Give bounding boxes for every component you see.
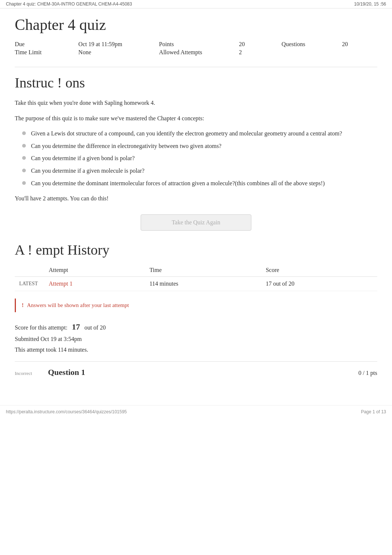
timestamp: 10/19/20, 15 :56 <box>354 1 386 7</box>
attempt-row-score: 17 out of 20 <box>261 276 377 291</box>
tab-title: Chapter 4 quiz: CHEM-30A-INTRO GENERAL C… <box>6 1 132 7</box>
instructions-para2: The purpose of this quiz is to make sure… <box>15 114 377 123</box>
time-limit-value: None <box>78 49 152 56</box>
attempt-history-heading: A ! empt History <box>15 242 377 258</box>
duration-line: This attempt took 114 minutes. <box>15 345 377 355</box>
allowed-attempts-value: 2 <box>239 49 274 56</box>
allowed-attempts-label: Allowed Attempts <box>159 49 231 56</box>
table-row: LATEST Attempt 1 114 minutes 17 out of 2… <box>15 276 377 291</box>
score-out-of: out of 20 <box>85 324 106 331</box>
quiz-title: Chapter 4 quiz <box>15 16 377 34</box>
bullet-item-2: Can you determine the difference in elec… <box>22 141 377 151</box>
take-quiz-button[interactable]: Take the Quiz Again <box>141 214 251 231</box>
quiz-meta: Due Oct 19 at 11:59pm Points 20 Question… <box>15 41 377 56</box>
col-header-time: Time <box>145 264 261 277</box>
instructions-bullet-list: Given a Lewis dot structure of a compoun… <box>22 129 377 188</box>
score-number: 17 <box>72 322 80 331</box>
instructions-para1: Take this quiz when you're done with Sap… <box>15 98 377 108</box>
col-header-score: Score <box>261 264 377 277</box>
instructions-para3: You'll have 2 attempts. You can do this! <box>15 194 377 203</box>
bullet-item-3: Can you determine if a given bond is pol… <box>22 154 377 163</box>
questions-label: Questions <box>282 41 335 48</box>
points-label: Points <box>159 41 231 48</box>
bullet-item-1: Given a Lewis dot structure of a compoun… <box>22 129 377 138</box>
instructions-heading: Instruc ! ons <box>15 75 377 91</box>
attempt-row-time: 114 minutes <box>145 276 261 291</box>
attempt-link[interactable]: Attempt 1 <box>49 280 72 287</box>
due-label: Due <box>15 41 71 48</box>
attempt-history-table: Attempt Time Score LATEST Attempt 1 114 … <box>15 264 377 291</box>
score-details: Score for this attempt: 17 out of 20 Sub… <box>15 320 377 355</box>
points-value: 20 <box>239 41 274 48</box>
due-value: Oct 19 at 11:59pm <box>78 41 152 48</box>
col-header-attempt: Attempt <box>44 264 145 277</box>
footer-page: Page 1 of 13 <box>361 409 386 414</box>
footer-url: https://peralta.instructure.com/courses/… <box>6 409 127 414</box>
bullet-item-4: Can you determine if a given molecule is… <box>22 166 377 176</box>
submitted-line: Submitted Oct 19 at 3:54pm <box>15 334 377 345</box>
question-points: 0 / 1 pts <box>358 370 377 376</box>
attempt-row-label: LATEST <box>15 276 44 291</box>
page-footer: https://peralta.instructure.com/courses/… <box>0 405 392 418</box>
bullet-item-5: Can you determine the dominant intermole… <box>22 179 377 188</box>
notice-text: Answers will be shown after your last at… <box>27 302 129 308</box>
divider-1 <box>15 67 377 67</box>
time-limit-label: Time Limit <box>15 49 71 56</box>
score-label: Score for this attempt: <box>15 324 68 331</box>
attempt-row-attempt: Attempt 1 <box>44 276 145 291</box>
question-title: Question 1 <box>48 368 351 377</box>
questions-value: 20 <box>342 41 377 48</box>
question-row: Incorrect Question 1 0 / 1 pts <box>15 361 377 383</box>
score-line: Score for this attempt: 17 out of 20 <box>15 320 377 334</box>
page-container: Chapter 4 quiz Due Oct 19 at 11:59pm Poi… <box>0 8 392 398</box>
question-status: Incorrect <box>15 370 41 376</box>
notice-box: ! Answers will be shown after your last … <box>15 299 377 312</box>
notice-icon: ! <box>22 302 24 308</box>
browser-bar: Chapter 4 quiz: CHEM-30A-INTRO GENERAL C… <box>0 0 392 8</box>
col-header-label <box>15 264 44 277</box>
